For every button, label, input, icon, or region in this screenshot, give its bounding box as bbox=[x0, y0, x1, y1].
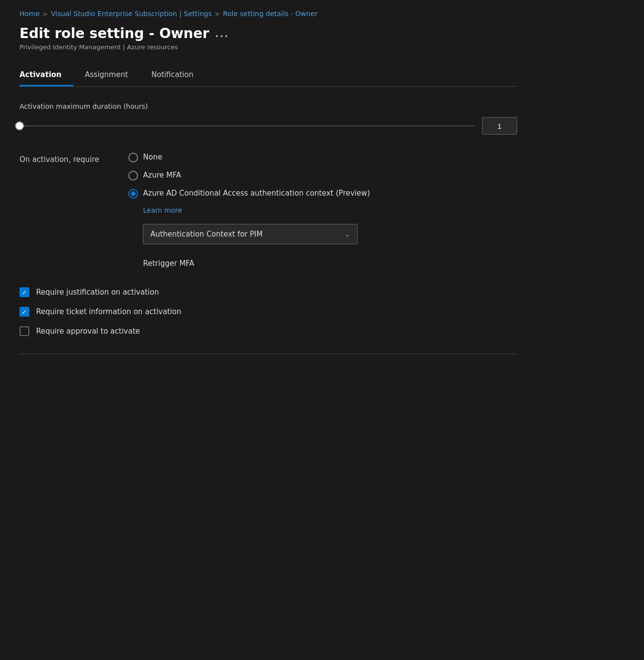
tab-bar: Activation Assignment Notification bbox=[20, 64, 517, 87]
ellipsis-menu[interactable]: ... bbox=[215, 28, 229, 40]
radio-circle-conditional bbox=[128, 189, 138, 199]
page-title: Edit role setting - Owner bbox=[20, 25, 209, 41]
breadcrumb-subscription[interactable]: Visual Studio Enterprise Subscription | … bbox=[51, 10, 212, 18]
slider-track bbox=[20, 125, 474, 126]
slider-thumb[interactable] bbox=[15, 121, 24, 130]
page-subtitle: Privileged Identity Management | Azure r… bbox=[20, 43, 517, 51]
dropdown-selected-label: Authentication Context for PIM bbox=[150, 230, 262, 239]
breadcrumb-role-details[interactable]: Role setting details - Owner bbox=[223, 10, 318, 18]
radio-group: None Azure MFA Azure AD Conditional Acce… bbox=[128, 152, 370, 268]
radio-azure-mfa[interactable]: Azure MFA bbox=[128, 170, 370, 180]
breadcrumb-home[interactable]: Home bbox=[20, 10, 40, 18]
radio-label-conditional: Azure AD Conditional Access authenticati… bbox=[143, 188, 370, 199]
checkbox-ticket[interactable]: Require ticket information on activation bbox=[20, 307, 517, 317]
section-divider bbox=[20, 354, 517, 354]
checkboxes-section: Require justification on activation Requ… bbox=[20, 287, 517, 336]
activation-require-section: On activation, require None Azure MFA Az… bbox=[20, 152, 517, 268]
radio-none[interactable]: None bbox=[128, 152, 370, 162]
duration-slider-row bbox=[20, 117, 517, 135]
checkbox-approval[interactable]: Require approval to activate bbox=[20, 326, 517, 336]
radio-circle-mfa bbox=[128, 171, 138, 180]
page-title-row: Edit role setting - Owner ... bbox=[20, 25, 517, 41]
checkbox-justification-box bbox=[20, 287, 29, 297]
breadcrumb-sep-1: > bbox=[42, 10, 48, 18]
checkbox-approval-box bbox=[20, 326, 29, 336]
tab-activation[interactable]: Activation bbox=[20, 64, 73, 86]
checkbox-justification-label: Require justification on activation bbox=[36, 288, 159, 297]
checkbox-justification[interactable]: Require justification on activation bbox=[20, 287, 517, 297]
tab-notification[interactable]: Notification bbox=[151, 64, 205, 86]
checkbox-ticket-label: Require ticket information on activation bbox=[36, 307, 181, 316]
breadcrumb: Home > Visual Studio Enterprise Subscrip… bbox=[20, 10, 517, 18]
slider-container[interactable] bbox=[20, 120, 474, 132]
dropdown-arrow-icon: ⌄ bbox=[345, 230, 351, 238]
radio-label-mfa: Azure MFA bbox=[143, 170, 181, 180]
auth-context-dropdown-container: Authentication Context for PIM ⌄ bbox=[143, 224, 370, 244]
radio-conditional-access[interactable]: Azure AD Conditional Access authenticati… bbox=[128, 188, 370, 199]
tab-assignment[interactable]: Assignment bbox=[85, 64, 140, 86]
duration-value-input[interactable] bbox=[482, 117, 517, 135]
radio-label-none: None bbox=[143, 152, 162, 162]
checkbox-ticket-box bbox=[20, 307, 29, 317]
breadcrumb-sep-2: > bbox=[215, 10, 220, 18]
radio-circle-none bbox=[128, 153, 138, 162]
checkbox-approval-label: Require approval to activate bbox=[36, 327, 140, 336]
learn-more-link[interactable]: Learn more bbox=[143, 206, 370, 214]
require-label: On activation, require bbox=[20, 152, 99, 268]
auth-context-dropdown[interactable]: Authentication Context for PIM ⌄ bbox=[143, 224, 358, 244]
duration-label: Activation maximum duration (hours) bbox=[20, 102, 517, 110]
retrigger-mfa-label: Retrigger MFA bbox=[143, 259, 370, 268]
